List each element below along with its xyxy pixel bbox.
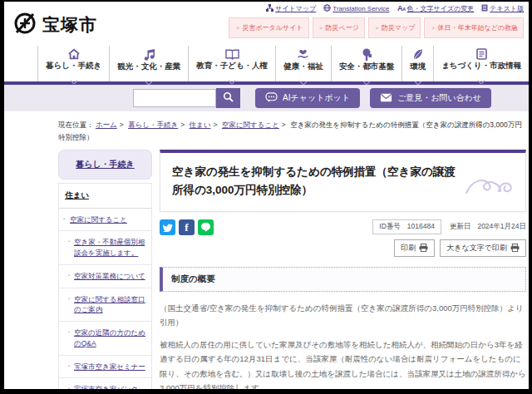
- chevron-down-icon: [71, 72, 77, 87]
- decorative-swirl: [466, 176, 517, 201]
- home-icon: [67, 48, 81, 60]
- breadcrumb-home[interactable]: ホーム: [96, 121, 117, 129]
- mail-icon: [380, 93, 392, 104]
- print-large-button[interactable]: 大きな文字で印刷: [440, 239, 526, 257]
- updated-date: 更新日 2024年1月24日: [450, 222, 526, 232]
- disaster-portal-button[interactable]: ＞災害ポータルサイト: [229, 17, 308, 38]
- ai-chatbot-button[interactable]: AIチャットボット: [255, 88, 360, 108]
- sidebar: 暮らし・手続き 住まい 空家に関すること 空き家・不動産個別相談会を実施します。…: [58, 150, 152, 389]
- line-share-button[interactable]: [198, 219, 214, 235]
- facebook-share-button[interactable]: f: [179, 219, 195, 235]
- paragraph-citation: （国土交通省/空き家の発生を抑制するための特例措置（空き家の譲渡所得の3,000…: [160, 301, 526, 329]
- social-share: f: [160, 219, 214, 257]
- page: 宝塚市 サイトマップ Translation Service AA 色・文字サイ…: [4, 2, 529, 389]
- sidebar-menu: 住まい 空家に関すること 空き家・不動産個別相談会を実施します。 空家対策業務に…: [58, 183, 152, 389]
- sidebar-item-akiya-parent[interactable]: 空家に関すること: [59, 209, 151, 232]
- contact-button[interactable]: ご意見・お問い合わせ: [370, 88, 491, 108]
- utility-links: サイトマップ Translation Service AA 色・文字サイズの変更…: [266, 4, 524, 13]
- bousai-page-button[interactable]: ＞防災ページ: [313, 17, 365, 38]
- facebook-f-icon: f: [185, 221, 188, 234]
- sidebar-item-seminar[interactable]: 宝塚市空き家セミナー: [59, 356, 151, 379]
- print-button[interactable]: 印刷: [394, 239, 435, 257]
- nav-kurashi[interactable]: 暮らし・手続き: [37, 46, 110, 81]
- title-card: 空き家の発生を抑制するための特例措置（空き家の譲渡所得の3,000万円特別控除）: [160, 150, 526, 213]
- breadcrumb-prefix: 現在位置：: [58, 121, 94, 129]
- city-emblem-icon: [12, 11, 37, 39]
- music-note-icon: [144, 48, 155, 61]
- nav-kenko[interactable]: 健康・福祉: [276, 46, 332, 81]
- heart-hand-icon: [297, 48, 309, 61]
- nav-kanko[interactable]: 観光・文化・産業: [110, 46, 189, 81]
- chevron-down-icon: [363, 73, 370, 88]
- bousai-map-button[interactable]: ＞防災マップ: [368, 17, 421, 38]
- search-button[interactable]: [216, 88, 240, 108]
- emergency-links: ＞災害ポータルサイト ＞防災ページ ＞防災マップ ＞休日・年末年始などの救急: [229, 17, 524, 38]
- id-number: ID番号 1016484: [372, 219, 441, 234]
- meta-info: ID番号 1016484 更新日 2024年1月24日 印刷: [372, 219, 526, 257]
- tree-icon: [361, 48, 372, 61]
- twitter-bird-icon: [163, 220, 173, 235]
- search-icon: [223, 91, 234, 105]
- sidebar-item-soudan-madoguchi[interactable]: 空家に関する相談窓口のご案内: [59, 288, 151, 323]
- breadcrumb: 現在位置： ホーム> 暮らし・手続き> 住まい> 空家に関すること> 空き家の発…: [58, 119, 522, 145]
- sidebar-item-kinrin-qa[interactable]: 空家の近隣の方のためのQ&A: [59, 322, 151, 356]
- chevron-down-icon: [229, 72, 235, 87]
- site-logo[interactable]: 宝塚市: [12, 11, 97, 39]
- sidebar-item-soudankai[interactable]: 空き家・不動産個別相談会を実施します。: [59, 231, 151, 265]
- nav-kankyo[interactable]: 環境: [402, 46, 434, 81]
- chevron-down-icon: [415, 73, 421, 88]
- nav-kyoiku[interactable]: 教育・子ども・人権: [189, 46, 276, 81]
- search-bar: AIチャットボット ご意見・お問い合わせ: [4, 85, 529, 111]
- globe-icon: [323, 4, 331, 13]
- sitemap-icon: [266, 4, 273, 13]
- breadcrumb-sumai[interactable]: 住まい: [190, 121, 211, 129]
- sidebar-header-kurashi[interactable]: 暮らし・手続き: [58, 150, 152, 180]
- breadcrumb-akiya[interactable]: 空家に関すること: [222, 121, 279, 129]
- meta-row: f ID番号 1016484 更新日 2024年1月24日: [160, 219, 526, 257]
- article-body: （国土交通省/空き家の発生を抑制するための特例措置（空き家の譲渡所得の3,000…: [160, 301, 526, 389]
- site-name: 宝塚市: [42, 13, 97, 37]
- global-nav: 暮らし・手続き 観光・文化・産業 教育・子ども・人権 健康・福祉 安全・都市基盤…: [4, 46, 529, 85]
- chevron-down-icon: [145, 73, 152, 88]
- chevron-down-icon: [478, 72, 485, 87]
- line-bubble-icon: [200, 220, 211, 235]
- chevron-down-icon: [300, 73, 307, 88]
- sidebar-item-taisaku[interactable]: 空家対策業務について: [59, 265, 151, 288]
- header: 宝塚市 サイトマップ Translation Service AA 色・文字サイ…: [4, 2, 529, 46]
- twitter-share-button[interactable]: [160, 219, 175, 235]
- search-input[interactable]: [133, 89, 216, 107]
- document-icon: [476, 48, 487, 60]
- holiday-emergency-button[interactable]: ＞休日・年末年始などの救急: [424, 17, 524, 38]
- printer-icon: [419, 244, 428, 254]
- nav-machizukuri[interactable]: まちづくり・市政情報: [434, 46, 529, 81]
- sidebar-category-sumai[interactable]: 住まい: [59, 184, 151, 209]
- page-title: 空き家の発生を抑制するための特例措置（空き家の譲渡所得の3,000万円特別控除）: [172, 163, 463, 200]
- section-heading: 制度の概要: [160, 267, 526, 292]
- chat-bubble-icon: [265, 92, 278, 105]
- main-content: 空き家の発生を抑制するための特例措置（空き家の譲渡所得の3,000万円特別控除）…: [160, 150, 526, 389]
- text-version-link[interactable]: テキスト版: [481, 4, 524, 13]
- content-columns: 暮らし・手続き 住まい 空家に関すること 空き家・不動産個別相談会を実施します。…: [58, 150, 529, 389]
- open-book-icon: [225, 48, 239, 60]
- font-size-icon: AA: [397, 4, 406, 13]
- text-page-icon: [481, 4, 488, 13]
- paragraph-overview: 被相続人の居住の用に供していた家屋及びその敷地等を相続した相続人が、相続開始の日…: [160, 337, 526, 389]
- nav-anzen[interactable]: 安全・都市基盤: [332, 46, 403, 81]
- svg-text:A: A: [402, 7, 406, 12]
- breadcrumb-kurashi[interactable]: 暮らし・手続き: [128, 121, 178, 129]
- leaf-icon: [412, 48, 423, 61]
- sidebar-item-bank[interactable]: 宝塚市空き家バンク: [59, 378, 151, 389]
- font-color-size-link[interactable]: AA 色・文字サイズの変更: [397, 4, 475, 13]
- translation-link[interactable]: Translation Service: [323, 4, 389, 13]
- printer-icon: [510, 244, 520, 254]
- sitemap-link[interactable]: サイトマップ: [266, 4, 316, 13]
